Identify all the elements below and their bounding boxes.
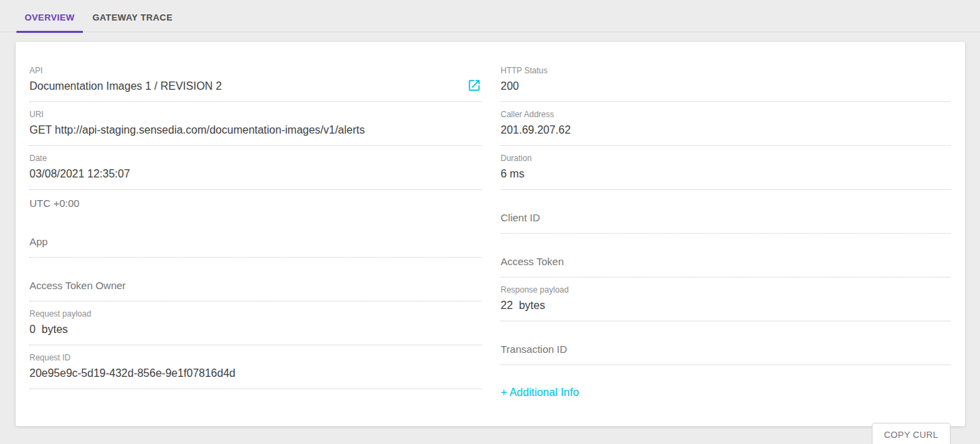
duration-value: 6 ms	[501, 166, 951, 181]
request-payload-value: 0 bytes	[29, 322, 481, 336]
field-caller-address: Caller Address 201.69.207.62	[501, 110, 951, 146]
field-response-payload: Response payload 22 bytes	[501, 285, 951, 321]
field-date: Date 03/08/2021 12:35:07	[29, 153, 481, 190]
app-label: App	[29, 234, 481, 249]
response-payload-value: 22 bytes	[501, 298, 951, 312]
app-label-slot	[29, 221, 481, 231]
field-access-token: Access Token	[501, 241, 951, 278]
date-label: Date	[29, 153, 481, 163]
column-gap	[481, 66, 501, 426]
tab-overview[interactable]: OVERVIEW	[16, 2, 83, 33]
additional-info-link[interactable]: + Additional Info	[501, 386, 579, 399]
client-id-label-slot	[501, 197, 951, 207]
date-value: 03/08/2021 12:35:07	[29, 166, 481, 181]
field-app: App	[29, 221, 481, 258]
field-duration: Duration 6 ms	[501, 153, 951, 190]
http-status-value: 200	[501, 79, 951, 93]
field-http-status: HTTP Status 200	[501, 66, 951, 102]
caller-address-label: Caller Address	[501, 110, 951, 119]
client-id-label: Client ID	[501, 210, 951, 225]
uri-label: URI	[29, 110, 481, 119]
duration-label: Duration	[501, 153, 951, 163]
tab-bar: OVERVIEW GATEWAY TRACE	[0, 0, 980, 32]
access-token-owner-label-slot	[29, 265, 481, 275]
overview-card: API Documentation Images 1 / REVISION 2 …	[16, 42, 965, 426]
api-label: API	[29, 66, 481, 75]
field-client-id: Client ID	[501, 197, 951, 234]
access-token-owner-label: Access Token Owner	[29, 278, 481, 293]
field-request-id: Request ID 20e95e9c-5d19-432d-856e-9e1f0…	[29, 353, 481, 389]
access-token-label: Access Token	[501, 254, 951, 269]
transaction-id-label: Transaction ID	[501, 342, 951, 356]
api-value: Documentation Images 1 / REVISION 2	[29, 79, 481, 93]
access-token-label-slot	[501, 241, 951, 251]
field-access-token-owner: Access Token Owner	[29, 265, 481, 301]
copy-curl-button[interactable]: COPY CURL	[872, 423, 951, 444]
request-id-value: 20e95e9c-5d19-432d-856e-9e1f07816d4d	[29, 366, 481, 380]
transaction-id-label-slot	[501, 329, 951, 338]
tab-gateway-trace[interactable]: GATEWAY TRACE	[84, 2, 181, 33]
button-row: COPY CURL	[501, 423, 951, 444]
utc-note: UTC +0:00	[29, 197, 481, 210]
request-payload-label: Request payload	[29, 309, 481, 319]
http-status-label: HTTP Status	[501, 66, 951, 75]
request-id-label: Request ID	[29, 353, 481, 362]
details-right-column: HTTP Status 200 Caller Address 201.69.20…	[501, 66, 951, 426]
field-api: API Documentation Images 1 / REVISION 2	[29, 66, 481, 102]
uri-value: GET http://api-staging.sensedia.com/docu…	[29, 123, 481, 137]
field-uri: URI GET http://api-staging.sensedia.com/…	[29, 110, 481, 146]
caller-address-value: 201.69.207.62	[501, 123, 951, 137]
open-in-new-icon[interactable]	[467, 78, 481, 92]
field-transaction-id: Transaction ID	[501, 329, 951, 365]
field-request-payload: Request payload 0 bytes	[29, 309, 481, 345]
response-payload-label: Response payload	[501, 285, 951, 295]
details-left-column: API Documentation Images 1 / REVISION 2 …	[29, 66, 481, 426]
